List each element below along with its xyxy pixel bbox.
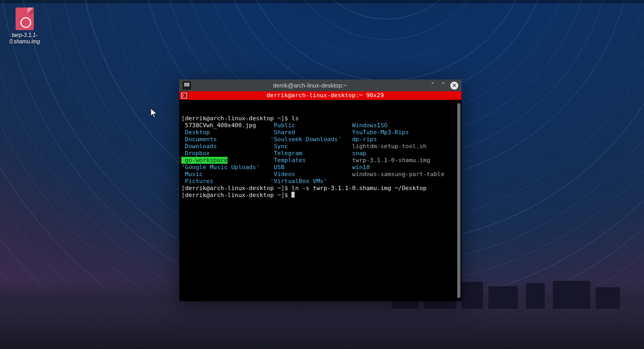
terminal-scrollbar[interactable] <box>457 103 460 298</box>
svg-rect-0 <box>181 93 187 98</box>
window-titlebar[interactable]: derrik@arch-linux-desktop:~ ˅ ˄ ✕ <box>179 79 462 91</box>
terminal-tab-bar: derrik@arch-linux-desktop:~ 90x29 <box>179 91 462 100</box>
terminal-tab-label[interactable]: derrik@arch-linux-desktop:~ 90x29 <box>189 91 462 100</box>
desktop-file-label: twrp-3.1.1-0.shamu.img <box>6 32 43 45</box>
window-title: derrik@arch-linux-desktop:~ <box>194 82 426 89</box>
mouse-cursor-icon <box>150 108 158 119</box>
window-close-button[interactable]: ✕ <box>450 82 458 90</box>
terminal-window: derrik@arch-linux-desktop:~ ˅ ˄ ✕ derrik… <box>179 79 462 301</box>
desktop-file-icon[interactable]: twrp-3.1.1-0.shamu.img <box>6 8 43 45</box>
disk-image-icon <box>16 8 34 30</box>
window-app-icon <box>182 81 191 90</box>
window-minimize-button[interactable]: ˅ <box>429 82 436 89</box>
terminal-tab-app-icon[interactable] <box>179 91 189 100</box>
window-maximize-button[interactable]: ˄ <box>440 82 447 89</box>
terminal-output[interactable]: [derrik@arch-linux-desktop ~]$ ls 5738CV… <box>179 100 462 301</box>
